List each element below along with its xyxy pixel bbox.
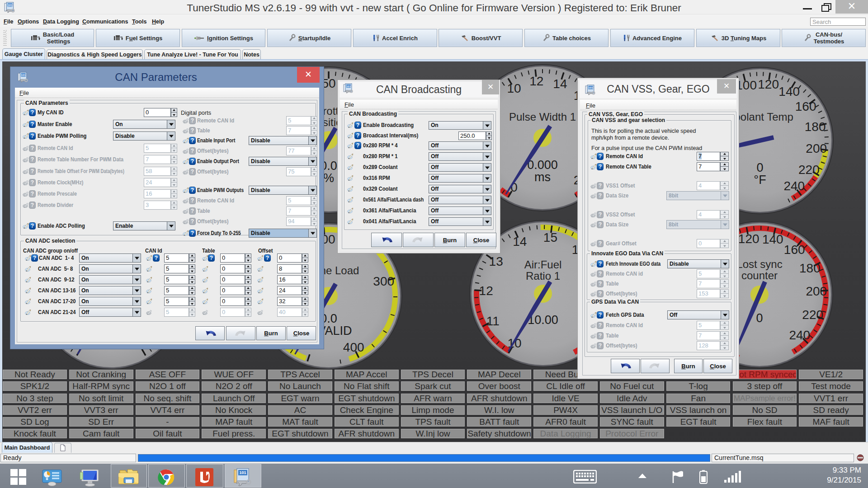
svg-text:120: 120	[738, 232, 760, 246]
svg-text:120: 120	[758, 77, 779, 91]
svg-text:200: 200	[806, 141, 827, 155]
svg-text:15: 15	[543, 230, 557, 244]
svg-text:Lost sync: Lost sync	[736, 258, 782, 270]
svg-text:Pulse Width 1: Pulse Width 1	[509, 111, 576, 123]
svg-text:140: 140	[762, 232, 783, 246]
svg-text:140: 140	[778, 84, 800, 99]
svg-text:12: 12	[529, 74, 543, 88]
svg-text:°F: °F	[754, 173, 766, 187]
svg-text:220: 220	[798, 163, 820, 177]
svg-text:%: %	[323, 171, 334, 185]
svg-text:Ratio 1: Ratio 1	[526, 270, 560, 282]
svg-text:180: 180	[805, 120, 826, 134]
svg-text:12: 12	[479, 284, 493, 298]
svg-text:counter: counter	[741, 269, 778, 282]
svg-text:160: 160	[795, 99, 816, 113]
svg-text:300: 300	[373, 274, 394, 288]
svg-text:400: 400	[343, 340, 364, 354]
svg-text:14: 14	[513, 235, 527, 249]
svg-text:200: 200	[806, 284, 827, 298]
svg-text:11: 11	[486, 314, 500, 328]
svg-text:240: 240	[783, 179, 805, 193]
svg-text:0.000: 0.000	[527, 158, 558, 172]
svg-text:0: 0	[756, 161, 763, 174]
svg-text:180: 180	[799, 261, 821, 275]
svg-text:50: 50	[321, 76, 335, 90]
svg-text:160: 160	[784, 243, 805, 257]
svg-text:100: 100	[736, 78, 757, 92]
svg-text:14: 14	[553, 77, 567, 91]
svg-text:13: 13	[489, 254, 503, 268]
svg-text:240: 240	[789, 328, 810, 342]
svg-text:220: 220	[802, 308, 823, 322]
svg-text:0: 0	[756, 311, 763, 325]
svg-text:10: 10	[507, 81, 521, 95]
svg-text:ms: ms	[534, 170, 551, 184]
svg-text:Air:Fuel: Air:Fuel	[524, 258, 562, 271]
svg-text:101: 101	[239, 470, 246, 475]
